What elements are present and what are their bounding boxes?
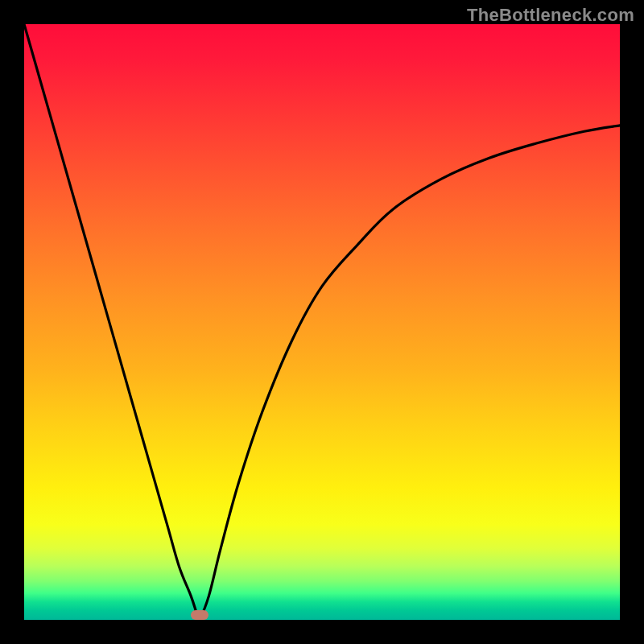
- bottleneck-curve-right: [200, 126, 620, 620]
- plot-area: [24, 24, 620, 620]
- bottleneck-curve-left: [24, 24, 200, 620]
- min-marker: [191, 610, 208, 620]
- chart-frame: TheBottleneck.com: [0, 0, 644, 644]
- watermark-text: TheBottleneck.com: [467, 5, 634, 26]
- curve-svg: [24, 24, 620, 620]
